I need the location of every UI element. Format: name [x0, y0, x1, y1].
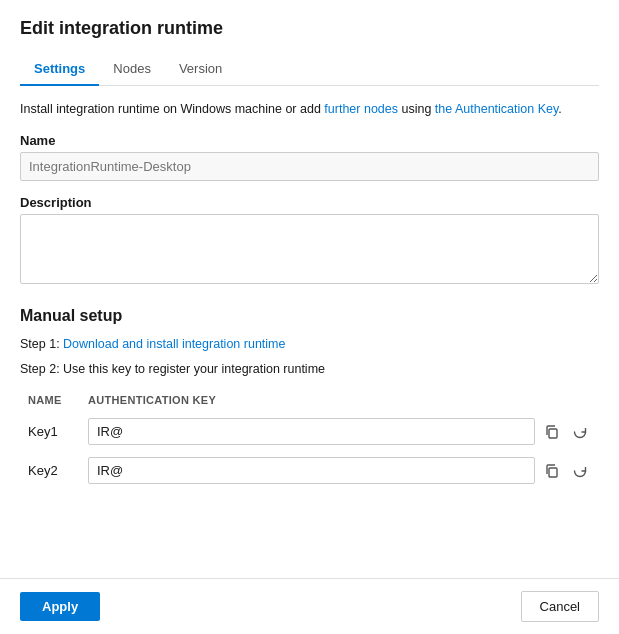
table-row: Key2: [20, 451, 599, 490]
auth-key-link[interactable]: the Authentication Key: [435, 102, 558, 116]
cancel-button[interactable]: Cancel: [521, 591, 599, 622]
page-title: Edit integration runtime: [20, 18, 599, 39]
key-name-0: Key1: [20, 412, 80, 451]
key-value-cell-1: [80, 451, 599, 490]
step1-text: Step 1: Download and install integration…: [20, 335, 599, 354]
step2-text: Step 2: Use this key to register your in…: [20, 360, 599, 379]
tabs-container: Settings Nodes Version: [20, 53, 599, 86]
manual-setup-title: Manual setup: [20, 307, 599, 325]
apply-button[interactable]: Apply: [20, 592, 100, 621]
svg-rect-0: [549, 429, 557, 438]
copy-button-0[interactable]: [541, 421, 563, 443]
key-value-cell-0: [80, 412, 599, 451]
copy-icon: [544, 424, 560, 440]
download-link[interactable]: Download and install integration runtime: [63, 337, 285, 351]
col-auth-header: AUTHENTICATION KEY: [80, 388, 599, 412]
tab-version[interactable]: Version: [165, 53, 236, 86]
refresh-icon: [572, 463, 588, 479]
svg-rect-1: [549, 468, 557, 477]
footer: Apply Cancel: [0, 578, 619, 634]
tab-nodes[interactable]: Nodes: [99, 53, 165, 86]
table-row: Key1: [20, 412, 599, 451]
key-table: NAME AUTHENTICATION KEY Key1: [20, 388, 599, 490]
further-nodes-link[interactable]: further nodes: [324, 102, 398, 116]
description-textarea[interactable]: [20, 214, 599, 284]
key-input-0[interactable]: [88, 418, 535, 445]
description-label: Description: [20, 195, 599, 210]
key-input-1[interactable]: [88, 457, 535, 484]
refresh-button-0[interactable]: [569, 421, 591, 443]
main-content: Edit integration runtime Settings Nodes …: [0, 0, 619, 578]
copy-button-1[interactable]: [541, 460, 563, 482]
name-label: Name: [20, 133, 599, 148]
refresh-button-1[interactable]: [569, 460, 591, 482]
copy-icon: [544, 463, 560, 479]
name-input[interactable]: [20, 152, 599, 181]
col-name-header: NAME: [20, 388, 80, 412]
info-text: Install integration runtime on Windows m…: [20, 100, 599, 119]
tab-settings[interactable]: Settings: [20, 53, 99, 86]
refresh-icon: [572, 424, 588, 440]
key-name-1: Key2: [20, 451, 80, 490]
